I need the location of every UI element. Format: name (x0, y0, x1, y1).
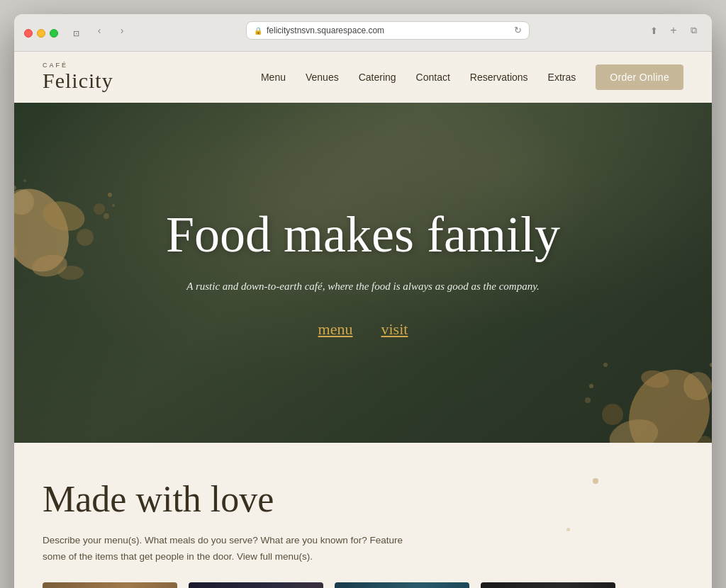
thumbnail-1[interactable] (43, 582, 177, 588)
back-button[interactable]: ‹ (91, 22, 108, 39)
thumbnail-3[interactable] (335, 582, 469, 588)
minimize-button[interactable] (37, 29, 45, 38)
thumbnail-2[interactable] (189, 582, 323, 588)
nav-menu[interactable]: Menu (261, 72, 286, 83)
window-controls: ⊡ (68, 26, 84, 41)
logo-cafe-label: CAFÉ (43, 62, 113, 69)
refresh-button[interactable]: ↻ (514, 25, 522, 36)
sidebar-toggle-button[interactable]: ⊡ (68, 26, 84, 41)
browser-window: ⊡ ‹ › 🔒 felicitystnsvn.squarespace.com ↻… (14, 14, 712, 588)
share-button[interactable]: ⬆ (645, 22, 662, 39)
nav-catering[interactable]: Catering (359, 72, 396, 83)
forward-button[interactable]: › (113, 22, 130, 39)
dot-decoration-1 (593, 478, 598, 484)
address-bar[interactable]: 🔒 felicitystnsvn.squarespace.com ↻ (246, 21, 530, 40)
browser-chrome: ⊡ ‹ › 🔒 felicitystnsvn.squarespace.com ↻… (14, 14, 712, 52)
hero-title: Food makes family (166, 207, 560, 263)
hero-menu-link[interactable]: menu (318, 320, 353, 339)
thumbnails-row (43, 582, 683, 588)
nav-venues[interactable]: Venues (306, 72, 339, 83)
thumbnail-4[interactable] (481, 582, 615, 588)
hero-links: menu visit (318, 320, 408, 339)
logo-name: Felicity (43, 69, 113, 92)
logo-area: CAFÉ Felicity (43, 62, 113, 93)
toolbar-right: ⬆ + ⧉ (645, 22, 702, 39)
section-title: Made with love (43, 478, 683, 520)
traffic-lights (24, 29, 58, 38)
section-body: Describe your menu(s). What meals do you… (43, 533, 411, 565)
maximize-button[interactable] (50, 29, 58, 38)
hero-visit-link[interactable]: visit (381, 320, 408, 339)
main-nav: Menu Venues Catering Contact Reservation… (261, 64, 683, 90)
website-content: CAFÉ Felicity Menu Venues Catering Conta… (14, 52, 712, 588)
close-button[interactable] (24, 29, 33, 38)
hero-section: Food makes family A rustic and down-to-e… (14, 103, 712, 443)
site-header: CAFÉ Felicity Menu Venues Catering Conta… (14, 52, 712, 103)
hero-content: Food makes family A rustic and down-to-e… (14, 103, 712, 443)
made-with-love-section: Made with love Describe your menu(s). Wh… (14, 443, 712, 588)
url-text: felicitystnsvn.squarespace.com (267, 26, 384, 35)
nav-extras[interactable]: Extras (548, 72, 576, 83)
order-online-button[interactable]: Order Online (596, 64, 683, 90)
nav-reservations[interactable]: Reservations (470, 72, 528, 83)
dot-decoration-2 (566, 528, 570, 531)
nav-contact[interactable]: Contact (416, 72, 450, 83)
lock-icon: 🔒 (254, 27, 262, 35)
hero-subtitle: A rustic and down-to-earth café, where t… (186, 278, 539, 295)
new-tab-button[interactable]: + (665, 22, 682, 39)
windows-button[interactable]: ⧉ (685, 22, 702, 39)
